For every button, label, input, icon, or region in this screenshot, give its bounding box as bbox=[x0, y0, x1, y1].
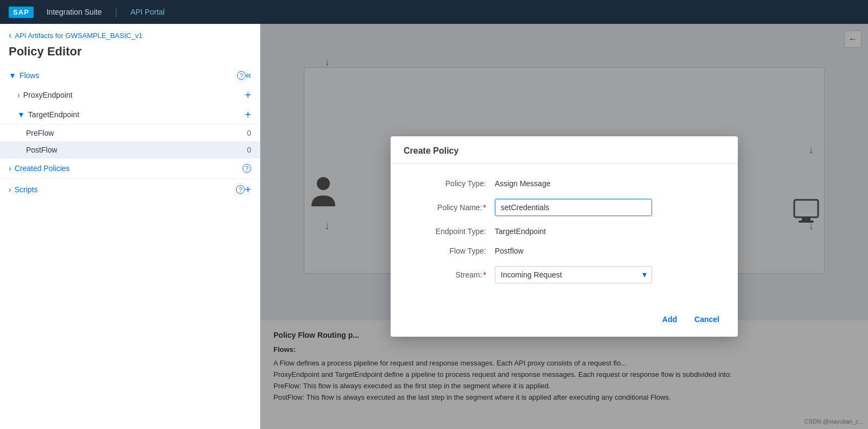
stream-label: Stream:* bbox=[408, 270, 495, 279]
sidebar-content: ▼ Flows ? « › ProxyEndpoint + ▼ TargetEn… bbox=[0, 65, 260, 429]
stream-select[interactable]: Incoming Request Outgoing Response bbox=[495, 266, 652, 283]
flows-label: Flows bbox=[20, 71, 235, 80]
proxy-add-button[interactable]: + bbox=[245, 90, 251, 100]
cancel-button[interactable]: Cancel bbox=[689, 312, 725, 327]
back-arrow-icon: ‹ bbox=[9, 30, 11, 40]
top-navigation-bar: SAP Integration Suite | API Portal bbox=[0, 0, 868, 24]
proxy-endpoint-label: ProxyEndpoint bbox=[23, 91, 245, 99]
stream-select-wrapper: Incoming Request Outgoing Response ▾ bbox=[495, 266, 652, 283]
preflow-item[interactable]: PreFlow 0 bbox=[0, 124, 260, 141]
flows-section-header[interactable]: ▼ Flows ? « bbox=[0, 65, 260, 85]
created-policies-section[interactable]: › Created Policies ? bbox=[0, 158, 260, 178]
preflow-label: PreFlow bbox=[26, 129, 247, 137]
target-endpoint-label: TargetEndpoint bbox=[28, 110, 245, 119]
preflow-count: 0 bbox=[247, 129, 251, 137]
nav-divider: | bbox=[115, 7, 118, 18]
page-title: Policy Editor bbox=[0, 42, 260, 65]
scripts-chevron-icon: › bbox=[9, 185, 11, 194]
content-area: ← ↓ ↓ ↓ ↓ Policy Flow R bbox=[260, 24, 868, 429]
created-policies-label: Created Policies bbox=[15, 164, 240, 173]
postflow-label: PostFlow bbox=[26, 146, 247, 154]
scripts-label: Scripts bbox=[15, 185, 234, 194]
collapse-icon[interactable]: « bbox=[246, 70, 251, 81]
create-policy-modal: Create Policy Policy Type: Assign Messag… bbox=[391, 136, 738, 337]
postflow-item[interactable]: PostFlow 0 bbox=[0, 141, 260, 158]
target-endpoint-item[interactable]: ▼ TargetEndpoint + bbox=[0, 105, 260, 124]
flow-type-value: Postflow bbox=[495, 247, 524, 255]
postflow-count: 0 bbox=[247, 146, 251, 154]
modal-footer: Add Cancel bbox=[391, 305, 738, 337]
modal-body: Policy Type: Assign Message Policy Name:… bbox=[391, 164, 738, 305]
policy-name-label: Policy Name:* bbox=[408, 203, 495, 212]
policies-help-icon[interactable]: ? bbox=[242, 164, 251, 173]
stream-required-star: * bbox=[483, 270, 486, 279]
policy-name-input[interactable] bbox=[495, 199, 652, 216]
policy-name-required-star: * bbox=[483, 203, 486, 212]
flows-help-icon[interactable]: ? bbox=[237, 71, 246, 80]
proxy-chevron-icon: › bbox=[17, 91, 20, 99]
target-add-button[interactable]: + bbox=[245, 109, 251, 120]
sidebar: ‹ API Artifacts for GWSAMPLE_BASIC_v1 Po… bbox=[0, 24, 260, 429]
endpoint-type-label: Endpoint Type: bbox=[408, 227, 495, 236]
main-container: ‹ API Artifacts for GWSAMPLE_BASIC_v1 Po… bbox=[0, 24, 868, 429]
flow-type-row: Flow Type: Postflow bbox=[408, 247, 720, 255]
endpoint-type-row: Endpoint Type: TargetEndpoint bbox=[408, 227, 720, 236]
breadcrumb[interactable]: ‹ API Artifacts for GWSAMPLE_BASIC_v1 bbox=[0, 24, 260, 42]
policy-type-value: Assign Message bbox=[495, 179, 551, 188]
proxy-endpoint-item[interactable]: › ProxyEndpoint + bbox=[0, 85, 260, 105]
sap-logo: SAP bbox=[9, 7, 34, 18]
breadcrumb-text: API Artifacts for GWSAMPLE_BASIC_v1 bbox=[15, 31, 143, 40]
modal-title: Create Policy bbox=[391, 136, 738, 164]
scripts-help-icon[interactable]: ? bbox=[236, 185, 245, 194]
scripts-add-button[interactable]: + bbox=[245, 184, 251, 195]
policy-type-row: Policy Type: Assign Message bbox=[408, 179, 720, 188]
target-chevron-icon: ▼ bbox=[17, 110, 25, 119]
scripts-section[interactable]: › Scripts ? + bbox=[0, 178, 260, 200]
api-portal-link[interactable]: API Portal bbox=[130, 8, 164, 16]
flows-chevron-icon: ▼ bbox=[9, 71, 16, 80]
flow-type-label: Flow Type: bbox=[408, 247, 495, 255]
endpoint-type-value: TargetEndpoint bbox=[495, 227, 546, 236]
add-button[interactable]: Add bbox=[657, 312, 682, 327]
policy-name-row: Policy Name:* bbox=[408, 199, 720, 216]
stream-row: Stream:* Incoming Request Outgoing Respo… bbox=[408, 266, 720, 283]
policies-chevron-icon: › bbox=[9, 164, 11, 173]
policy-type-label: Policy Type: bbox=[408, 179, 495, 188]
suite-title: Integration Suite bbox=[47, 8, 102, 16]
